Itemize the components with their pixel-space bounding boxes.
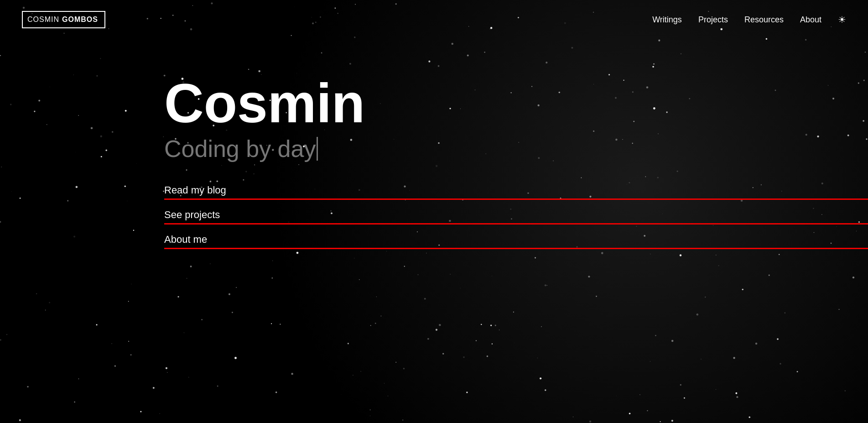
hero-name: Cosmin — [164, 76, 868, 131]
hero-subtitle: Coding by day — [164, 135, 868, 162]
navbar: COSMIN GOMBOS Writings Projects Resource… — [0, 0, 868, 39]
logo-gombos: GOMBOS — [60, 15, 100, 25]
nav-link-writings[interactable]: Writings — [652, 15, 682, 25]
nav-link-resources[interactable]: Resources — [744, 15, 784, 25]
logo-cosmin: COSMIN — [27, 16, 59, 24]
theme-toggle-button[interactable]: ☀ — [838, 14, 846, 25]
see-projects-link[interactable]: See projects — [164, 209, 868, 225]
nav-link-about[interactable]: About — [800, 15, 821, 25]
hero-subtitle-text: Coding by day — [164, 135, 316, 162]
about-me-link[interactable]: About me — [164, 234, 868, 249]
nav-links: Writings Projects Resources About ☀ — [652, 14, 846, 25]
hero-links: Read my blog See projects About me — [164, 184, 868, 249]
nav-link-projects[interactable]: Projects — [698, 15, 728, 25]
logo[interactable]: COSMIN GOMBOS — [22, 11, 105, 28]
hero-section: Cosmin Coding by day Read my blog See pr… — [0, 39, 868, 249]
read-blog-link[interactable]: Read my blog — [164, 184, 868, 200]
typing-cursor — [317, 137, 318, 161]
